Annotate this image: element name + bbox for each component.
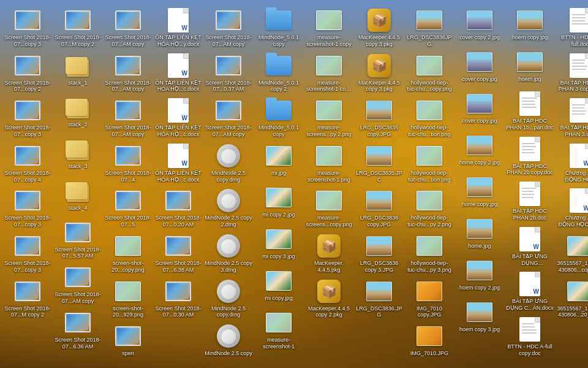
file-item-f62[interactable]: hollywood-tiep- tuc-chu...copy.png xyxy=(404,50,454,96)
file-item-f46[interactable]: measure-screenshot-1 xyxy=(254,307,304,353)
file-item-f64[interactable]: hollywood-tiep- tuc-chu...tion.png xyxy=(404,140,454,186)
file-item-f43[interactable]: mi copy 2.jpg xyxy=(254,182,304,224)
file-item-f44[interactable]: mi copy 3.jpg xyxy=(254,224,304,266)
file-item-f25[interactable]: ÔN TẬP LIÊN KẾT HÓA HỌ...c.docx xyxy=(153,50,203,96)
file-item-f19[interactable]: Screen Shot 2018-07...4 xyxy=(103,140,153,186)
file-item-f41[interactable]: MindNode_5.0.1 copy xyxy=(254,95,304,140)
file-item-f5[interactable]: Screen Shot 2018-07...copy 3 xyxy=(2,185,53,231)
file-item-f49[interactable]: measure-screens...py 2.png xyxy=(304,95,354,140)
file-item-f84[interactable]: BTTN - HDC A-full copy.doc xyxy=(505,314,555,359)
file-item-f87[interactable]: BAI TẬP HDC B PHAN 3.doc xyxy=(555,95,588,140)
file-item-f85[interactable]: BTTN - HDC A- full.doc xyxy=(555,5,588,50)
file-item-f27[interactable]: ÔN TẬP LIÊN KẾT HÓA HỌ...c.docx xyxy=(153,140,203,186)
file-item-f35[interactable]: MindNode 2.5 copy 2.dmg xyxy=(203,185,254,231)
file-item-f30[interactable]: Screen Shot 2018-07...0.30 AM xyxy=(153,276,203,321)
file-item-f68[interactable]: IMG_7010.JPG xyxy=(404,321,454,362)
file-item-f73[interactable]: home copy.jpg xyxy=(454,172,505,213)
file-item-f32[interactable]: Screen Shot 2018-07...0.37 AM xyxy=(203,50,254,96)
file-item-f45[interactable]: mi copy.jpg xyxy=(254,266,304,307)
file-item-f47[interactable]: measure-screenshot-1 copy xyxy=(304,5,354,50)
file-item-f23[interactable]: spen xyxy=(103,321,153,362)
file-item-f89[interactable]: Chương 10. ĐỘNG HỌC.docx xyxy=(555,185,588,231)
file-item-f50[interactable]: measure-screenshot-1.png xyxy=(304,140,354,186)
file-item-f48[interactable]: measure-screenshot-1 copy 2.png xyxy=(304,50,354,96)
file-item-f81[interactable]: BÀI TẬP HDC PHAN 2b.doc xyxy=(505,178,555,224)
file-item-f60[interactable]: LRG_DSC3836.JP G xyxy=(354,276,404,321)
file-item-f82[interactable]: BÀI TẬP ỨNG DỤNG C...copy.docx xyxy=(505,224,555,269)
file-item-f8[interactable]: Screen Shot 2018-07...M copy 2 xyxy=(53,5,103,50)
file-item-f58[interactable]: LRG_DSC3836 copy.JPG xyxy=(354,185,404,231)
file-item-f31[interactable]: Screen Shot 2018-07...AM copy xyxy=(203,5,254,50)
file-label: MindNode_5.0.1 copy xyxy=(255,34,303,48)
file-item-f70[interactable]: cover copy.jpg xyxy=(454,47,505,88)
file-item-f72[interactable]: home copy 2.jpg xyxy=(454,130,505,172)
file-item-f61[interactable]: LRG_DSC3836JP G xyxy=(404,5,454,50)
file-item-f18[interactable]: Screen Shot 2018-07...AM copy xyxy=(103,95,153,140)
file-item-f13[interactable]: Screen Shot 2018-07...5.57 AM xyxy=(53,217,103,263)
file-item-f33[interactable]: Screen Shot 2018-07...AM copy xyxy=(203,95,254,140)
file-item-f86[interactable]: BAI TẬP HDC B PHAN 3 copy.doc xyxy=(555,50,588,96)
file-item-f75[interactable]: hoem copy 2.jpg xyxy=(454,255,505,297)
file-item-f77[interactable]: hoem copy.jpg xyxy=(505,5,555,47)
file-item-f57[interactable]: LRG_DSC3835.JP C xyxy=(354,140,404,186)
file-label: Screen Shot 2018-07...copy 2 xyxy=(4,80,51,93)
file-item-f6[interactable]: Screen Shot 2018-07...copy 3 xyxy=(2,231,53,276)
file-item-f22[interactable]: screen-shot-20...929.png xyxy=(103,276,153,321)
file-item-f2[interactable]: Screen Shot 2018-07...copy 2 xyxy=(2,50,53,96)
file-icon-img_landscape xyxy=(467,132,492,158)
file-item-f90[interactable]: 36515567_178684 430806...copy.jpg xyxy=(555,231,588,276)
file-item-f78[interactable]: hoem.jpg xyxy=(505,47,555,88)
file-item-f9[interactable]: stack_1 xyxy=(53,50,103,92)
file-item-f74[interactable]: home.jpg xyxy=(454,213,505,255)
file-item-f28[interactable]: Screen Shot 2018-07...0.20 AM xyxy=(153,185,203,231)
file-item-f12[interactable]: stack_4 xyxy=(53,175,103,217)
file-item-f3[interactable]: Screen Shot 2018-07...copy 3 xyxy=(2,95,53,140)
file-item-f65[interactable]: hollywood-tiep- tuc-chu...py 2.png xyxy=(404,185,454,231)
file-item-f53[interactable]: 📦MacKeeper.4.4.5 copy 2.pkg xyxy=(304,276,354,321)
file-item-f17[interactable]: Screen Shot 2018-07...AM copy xyxy=(103,50,153,96)
file-icon-screenshot xyxy=(216,7,241,33)
file-item-f39[interactable]: MindNode_5.0.1 copy xyxy=(254,5,304,50)
file-item-f79[interactable]: BÀI TẬP HDC PHAN 1b...pan.doc xyxy=(505,88,555,134)
file-item-f88[interactable]: Chương 10. ĐỘNG HỌC copy.docx xyxy=(555,140,588,186)
file-item-f69[interactable]: cover copy 2.jpg xyxy=(454,5,505,47)
file-item-f21[interactable]: screen-shot-20...copy.png xyxy=(103,231,153,276)
file-item-f76[interactable]: hoem copy 3.jpg xyxy=(454,297,505,339)
file-item-f15[interactable]: Screen Shot 2018-07...6.36 AM xyxy=(53,307,103,353)
file-item-f52[interactable]: 📦MacKeeper. 4.4.5.pkg xyxy=(304,231,354,276)
file-item-f14[interactable]: Screen Shot 2018-07...AM copy xyxy=(53,262,103,307)
file-item-f55[interactable]: 📦MacKeeper.4.4.5 copy 3.pkg xyxy=(354,50,404,96)
file-item-f67[interactable]: IMG_7010 copy.JPG xyxy=(404,276,454,321)
file-label: MindNode 2.5 copy 2.dmg xyxy=(205,215,252,228)
file-item-f42[interactable]: mi.jpg xyxy=(254,140,304,182)
file-item-f37[interactable]: MindNode 2.5 copy.dmg xyxy=(203,276,254,321)
file-item-f11[interactable]: stack_3 xyxy=(53,134,103,175)
file-icon-screenshot xyxy=(216,98,241,123)
file-item-f34[interactable]: MindNode 2.5 copy.dmg xyxy=(203,140,254,186)
file-item-f66[interactable]: hollywood-tiep- tuc-chu...py 3.png xyxy=(404,231,454,276)
file-item-f4[interactable]: Screen Shot 2018-07...copy 4 xyxy=(2,140,53,186)
file-item-f40[interactable]: MindNode_5.0.1 copy 2 xyxy=(254,50,304,96)
file-item-f29[interactable]: Screen Shot 2018-07...6.38 AM xyxy=(153,231,203,276)
file-item-f1[interactable]: Screen Shot 2018-07...copy 3 xyxy=(2,5,53,50)
file-item-f91[interactable]: 36515567_178684 430806...20_n.jpg xyxy=(555,276,588,321)
file-item-f80[interactable]: BÀI TẬP HDC PHAN 2b copy.doc xyxy=(505,134,555,179)
file-label: BAI TẬP HDC B PHAN 3 copy.doc xyxy=(556,80,588,93)
file-item-f63[interactable]: hollywood-tiep- tuc-chu...tion.png xyxy=(404,95,454,140)
file-item-f16[interactable]: Screen Shot 2018-07...AM copy xyxy=(103,5,153,50)
file-item-f24[interactable]: ÔN TẬP LIÊN KẾT HÓA HỌ...y.docx xyxy=(153,5,203,50)
file-item-f7[interactable]: Screen Shot 2018-07...M copy 2 xyxy=(2,276,53,321)
file-item-f10[interactable]: stack_2 xyxy=(53,92,103,134)
file-item-f51[interactable]: measure-screens...copy.png xyxy=(304,185,354,231)
file-item-f54[interactable]: 📦MacKeeper.4.4.5 copy 3.pkg xyxy=(354,5,404,50)
file-item-f20[interactable]: Screen Shot 2018-07...5 xyxy=(103,185,153,231)
file-item-f36[interactable]: MindNode 2.5 copy 3.dmg xyxy=(203,231,254,276)
file-icon-dmg xyxy=(216,188,241,213)
file-item-f83[interactable]: BÀI TẬP ỨNG DỤNG C...ÀN.docx xyxy=(505,269,555,314)
file-item-f56[interactable]: LRG_DSC3835 copy.JPG xyxy=(354,95,404,140)
file-item-f26[interactable]: ÔN TẬP LIÊN KẾT HÓA HỌ...c.docx xyxy=(153,95,203,140)
file-item-f71[interactable]: cover copy.jpg xyxy=(454,88,505,130)
file-label: BÀI TẬP HDC PHAN 1b...pan.doc xyxy=(506,118,554,131)
file-item-f38[interactable]: MindNode 2.5 copy xyxy=(203,321,254,362)
file-item-f59[interactable]: LRG_DSC3836 copy 3.JPG xyxy=(354,231,404,276)
